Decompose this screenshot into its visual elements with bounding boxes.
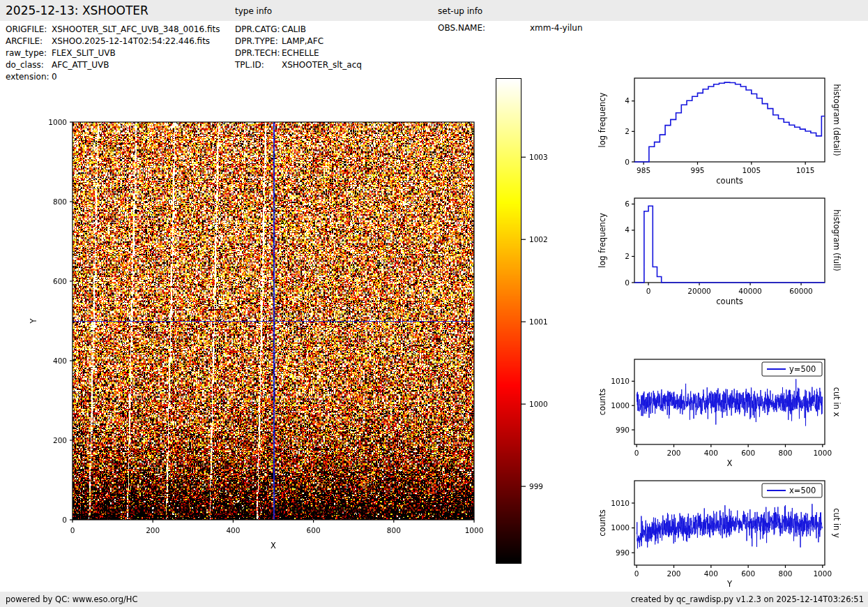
colorbar-tick-label: 1003 — [529, 153, 548, 161]
qc-rawdisp-page: 2025-12-13: XSHOOTER type info set-up in… — [0, 0, 868, 607]
cut-in-x-ytick-label: 1010 — [611, 377, 630, 385]
cut-in-y-ytick-label: 1000 — [611, 523, 630, 532]
cut-in-y-legend-label: x=500 — [789, 486, 816, 495]
cut-in-x-legend-label: y=500 — [789, 364, 816, 374]
main-ylabel: Y — [29, 318, 38, 324]
histogram-detail-ytick-label: 2 — [625, 127, 630, 135]
cut-in-x-xlabel: X — [727, 458, 733, 468]
colorbar-tick-label: 1002 — [529, 235, 548, 243]
main-xtick-label: 600 — [307, 526, 321, 534]
main-ytick-label: 1000 — [48, 118, 67, 126]
histogram-full-xtick-label: 40000 — [738, 287, 761, 295]
cut-in-x-xtick-label: 800 — [778, 449, 792, 457]
cut-in-y-ytick-label: 990 — [616, 548, 630, 557]
footer-created-by: created by qc_rawdisp.py v1.2.3 on 2025-… — [631, 594, 864, 604]
cut-in-x-ytick-label: 990 — [616, 426, 630, 434]
main-ytick-label: 400 — [53, 357, 67, 365]
histogram-full-xtick-label: 20000 — [687, 287, 710, 295]
histogram-full-xtick-label: 60000 — [789, 287, 812, 295]
histogram-detail-ytick-label: 0 — [625, 158, 630, 166]
main-xtick-label: 1000 — [465, 526, 484, 534]
cut-in-y-xtick-label: 0 — [634, 569, 639, 578]
main-xtick-label: 0 — [70, 526, 75, 534]
histogram-detail-xlabel: counts — [716, 176, 743, 186]
histogram-detail-xtick-label: 985 — [637, 166, 650, 174]
main-ytick-label: 0 — [62, 516, 67, 524]
cut-in-x-ylabel: counts — [597, 389, 607, 415]
cut-in-y-ytick-label: 1010 — [611, 499, 630, 507]
cut-in-y-trace — [637, 504, 822, 548]
histogram-full-axes: 02000040000600000246countslog frequencyh… — [597, 198, 842, 306]
cut-in-x-right-label: cut in x — [832, 387, 842, 417]
histogram-full-xlabel: counts — [716, 297, 743, 306]
cut-in-x-xtick-label: 200 — [667, 449, 680, 457]
cut-in-y-xtick-label: 200 — [667, 569, 680, 578]
cut-in-x-trace — [637, 379, 822, 426]
histogram-full-ytick-label: 0 — [625, 278, 630, 287]
histogram-detail-ylabel: log frequency — [597, 92, 607, 147]
cut-in-y-xlabel: Y — [726, 579, 733, 589]
cut-in-y-right-label: cut in y — [832, 508, 842, 538]
histogram-full-ytick-label: 6 — [625, 200, 630, 208]
cut-in-y-legend: x=500 — [762, 484, 822, 497]
histogram-detail-ytick-label: 4 — [625, 96, 630, 105]
main-xtick-label: 200 — [146, 526, 160, 534]
histogram-detail-right-label: histogram (detail) — [832, 84, 842, 156]
cut-in-y-xtick-label: 800 — [778, 569, 792, 578]
colorbar-tick-label: 1001 — [529, 317, 548, 326]
plot-axes-overlay: 98599510051015024countslog frequencyhist… — [0, 0, 868, 607]
cut-in-y-xtick-label: 600 — [741, 569, 755, 578]
cut-in-y-ylabel: counts — [597, 509, 607, 536]
histogram-detail-axes: 98599510051015024countslog frequencyhist… — [597, 78, 842, 186]
footer-powered-by: powered by QC: www.eso.org/HC — [6, 594, 137, 604]
main-xlabel: X — [271, 541, 276, 550]
cut-in-y-xtick-label: 400 — [704, 569, 718, 578]
histogram-detail-xtick-label: 1015 — [796, 166, 815, 174]
histogram-full-ylabel: log frequency — [597, 213, 607, 268]
cut-in-x-xtick-label: 400 — [704, 449, 718, 457]
colorbar-tick-label: 1000 — [529, 400, 548, 408]
cut-in-x-xtick-label: 600 — [741, 449, 755, 457]
histogram-full-curve — [634, 206, 825, 283]
histogram-full-xtick-label: 0 — [646, 287, 651, 295]
cut-in-x-xtick-label: 0 — [634, 449, 639, 457]
cut-in-x-ytick-label: 1000 — [611, 401, 630, 410]
histogram-detail-xtick-label: 1005 — [742, 166, 761, 174]
histogram-full-right-label: histogram (full) — [832, 209, 842, 271]
main-image-axes: 0200400600800100002004006008001000XY9991… — [29, 118, 548, 551]
histogram-detail-xtick-label: 995 — [690, 166, 704, 174]
cut-in-x-xtick-label: 1000 — [813, 449, 832, 457]
main-ytick-label: 800 — [53, 197, 67, 206]
main-xtick-label: 400 — [226, 526, 240, 534]
main-ytick-label: 600 — [53, 277, 67, 285]
colorbar-tick-label: 999 — [529, 482, 543, 490]
cut-in-y-xtick-label: 1000 — [813, 569, 832, 578]
histogram-full-ytick-label: 4 — [625, 225, 630, 234]
main-ytick-label: 200 — [53, 436, 67, 444]
main-xtick-label: 800 — [387, 526, 401, 534]
histogram-detail-curve — [634, 82, 825, 162]
cut-in-x-legend: y=500 — [762, 362, 822, 376]
histogram-full-ytick-label: 2 — [625, 252, 630, 260]
